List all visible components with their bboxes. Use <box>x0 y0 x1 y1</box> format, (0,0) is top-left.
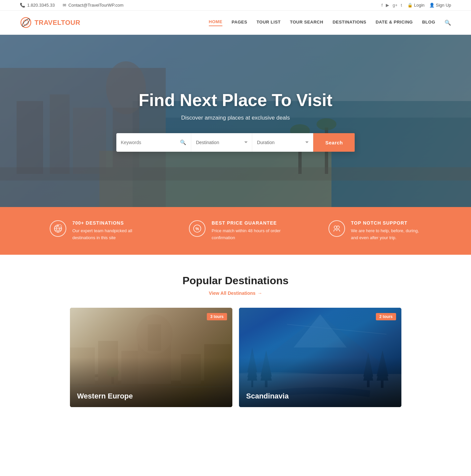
twitter-link[interactable]: t <box>401 3 402 8</box>
keywords-input[interactable] <box>121 140 178 145</box>
email-address: Contact@TravelTourWP.com <box>68 3 123 8</box>
feature-destinations-title: 700+ DESTINATIONS <box>72 220 143 226</box>
price-icon: % <box>189 220 206 237</box>
popular-destinations-section: Popular Destinations View All Destinatio… <box>0 255 471 420</box>
scandinavia-name: Scandinavia <box>246 392 289 400</box>
search-icon[interactable]: 🔍 <box>444 20 451 26</box>
nav-pages[interactable]: PAGES <box>232 20 247 26</box>
logo-text: TRAVELTOUR <box>34 19 80 26</box>
hero-content: Find Next Place To Visit Discover amzain… <box>116 90 355 152</box>
duration-dropdown[interactable]: Duration 1-3 Days 4-7 Days 1-2 Weeks 2+ … <box>252 133 313 152</box>
destination-western-europe[interactable]: 3 tours Western Europe <box>70 308 232 407</box>
login-link[interactable]: 🔒 Login <box>407 3 425 8</box>
logo-icon <box>20 17 32 28</box>
svg-point-26 <box>334 226 337 229</box>
signup-label: Sign Up <box>436 3 451 8</box>
social-links: f ▶ g+ t <box>382 3 402 8</box>
nav-tour-list[interactable]: TOUR LIST <box>257 20 281 26</box>
destination-dropdown[interactable]: Destination Europe Asia Americas Africa … <box>191 133 252 152</box>
western-europe-name: Western Europe <box>77 392 133 400</box>
nav-destinations[interactable]: DESTINATIONS <box>332 20 366 26</box>
view-all-label: View All Destinations <box>209 291 256 296</box>
svg-point-27 <box>337 226 339 229</box>
nav-date-pricing[interactable]: DATE & PRICING <box>376 20 413 26</box>
login-label: Login <box>414 3 425 8</box>
features-banner: ✓ 700+ DESTINATIONS Our expert team hand… <box>0 207 471 255</box>
hero-section: Find Next Place To Visit Discover amzain… <box>0 35 471 207</box>
topbar: 📞 1.820.3345.33 ✉ Contact@TravelTourWP.c… <box>0 0 471 11</box>
feature-price-desc: Price match within 48 hours of order con… <box>211 228 282 241</box>
search-inline-icon: 🔍 <box>180 139 186 145</box>
feature-support-text: TOP NOTCH SUPPORT We are here to help, b… <box>351 220 421 241</box>
nav-home[interactable]: HOME <box>209 19 222 26</box>
svg-point-1 <box>23 20 29 25</box>
hero-title: Find Next Place To Visit <box>116 90 355 110</box>
topbar-email: ✉ Contact@TravelTourWP.com <box>63 3 123 8</box>
scandinavia-badge: 2 tours <box>376 313 396 320</box>
scandinavia-footer: Scandinavia <box>239 385 401 407</box>
search-button[interactable]: Search <box>313 133 355 152</box>
auth-links: 🔒 Login 👤 Sign Up <box>407 3 451 8</box>
feature-destinations: ✓ 700+ DESTINATIONS Our expert team hand… <box>50 220 143 241</box>
arrow-icon: → <box>258 291 262 296</box>
hero-subtitle: Discover amzaing places at exclusive dea… <box>116 115 355 121</box>
western-europe-footer: Western Europe <box>70 385 232 407</box>
feature-support-desc: We are here to help, before, during, and… <box>351 228 421 241</box>
topbar-right: f ▶ g+ t 🔒 Login 👤 Sign Up <box>382 3 451 8</box>
western-europe-badge: 3 tours <box>207 313 227 320</box>
feature-destinations-text: 700+ DESTINATIONS Our expert team handpi… <box>72 220 143 241</box>
feature-support-title: TOP NOTCH SUPPORT <box>351 220 421 226</box>
nav-links: HOME PAGES TOUR LIST TOUR SEARCH DESTINA… <box>209 19 451 26</box>
logo[interactable]: TRAVELTOUR <box>20 17 80 28</box>
topbar-phone: 📞 1.820.3345.33 <box>20 3 55 8</box>
search-bar: 🔍 Destination Europe Asia Americas Afric… <box>116 133 355 152</box>
nav-tour-search[interactable]: TOUR SEARCH <box>290 20 324 26</box>
phone-icon: 📞 <box>20 3 25 8</box>
email-icon: ✉ <box>63 3 66 8</box>
feature-price-title: BEST PRICE GUARANTEE <box>211 220 282 226</box>
facebook-link[interactable]: f <box>382 3 383 8</box>
navbar: TRAVELTOUR HOME PAGES TOUR LIST TOUR SEA… <box>0 11 471 35</box>
lock-icon: 🔒 <box>407 3 413 8</box>
feature-destinations-desc: Our expert team handpicked all destinati… <box>72 228 143 241</box>
feature-price: % BEST PRICE GUARANTEE Price match withi… <box>189 220 282 241</box>
feature-price-text: BEST PRICE GUARANTEE Price match within … <box>211 220 282 241</box>
destination-scandinavia[interactable]: 2 tours Scandinavia <box>239 308 401 407</box>
popular-destinations-title: Popular Destinations <box>27 275 444 287</box>
phone-number: 1.820.3345.33 <box>27 3 55 8</box>
googleplus-link[interactable]: g+ <box>392 3 397 8</box>
youtube-link[interactable]: ▶ <box>386 3 389 8</box>
user-icon: 👤 <box>429 3 435 8</box>
nav-blog[interactable]: BLOG <box>422 20 435 26</box>
support-icon <box>328 220 345 237</box>
destinations-grid: 3 tours Western Europe <box>70 308 401 407</box>
destinations-icon: ✓ <box>50 220 66 237</box>
topbar-left: 📞 1.820.3345.33 ✉ Contact@TravelTourWP.c… <box>20 3 124 8</box>
keywords-field: 🔍 <box>116 133 192 152</box>
signup-link[interactable]: 👤 Sign Up <box>429 3 451 8</box>
feature-support: TOP NOTCH SUPPORT We are here to help, b… <box>328 220 421 241</box>
svg-text:%: % <box>196 227 199 231</box>
svg-text:✓: ✓ <box>59 226 61 228</box>
view-all-link[interactable]: View All Destinations → <box>209 291 262 296</box>
